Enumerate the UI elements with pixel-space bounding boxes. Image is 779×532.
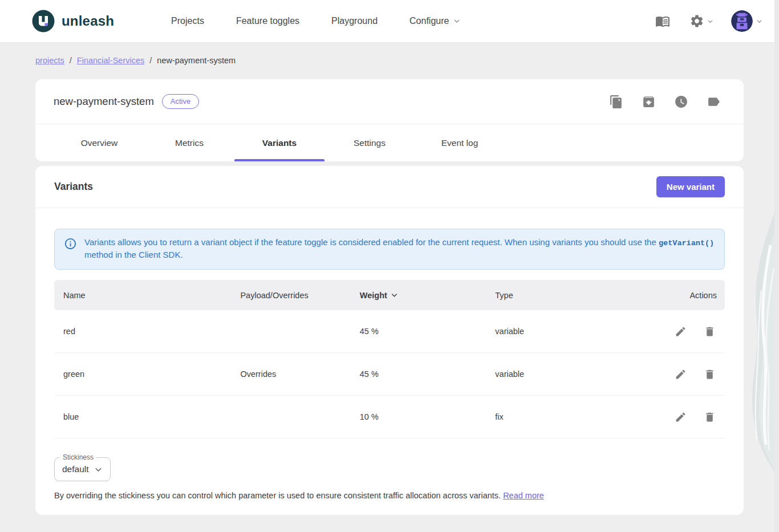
variant-weight: 45 %	[351, 369, 486, 379]
table-header-row: Name Payload/Overrides Weight Type Actio…	[54, 280, 725, 310]
code-snippet: getVariant()	[659, 239, 714, 247]
page-title: new-payment-system	[54, 95, 154, 108]
variant-name: blue	[54, 412, 231, 421]
variant-weight: 45 %	[351, 327, 486, 336]
archive-feature-button[interactable]	[639, 92, 658, 111]
top-navbar: unleash Projects Feature toggles Playgro…	[0, 0, 779, 42]
column-header-payload: Payload/Overrides	[231, 291, 350, 300]
book-icon	[655, 14, 670, 29]
unleash-logo[interactable]: unleash	[32, 10, 114, 33]
main-nav: Projects Feature toggles Playground Conf…	[171, 16, 461, 26]
trash-icon	[704, 368, 716, 380]
info-alert-text: Variants allows you to return a variant …	[84, 237, 715, 261]
breadcrumb-current: new-payment-system	[157, 56, 236, 65]
new-variant-button[interactable]: New variant	[656, 176, 725, 197]
edit-variant-button[interactable]	[673, 324, 688, 339]
nav-feature-toggles[interactable]: Feature toggles	[236, 16, 299, 26]
gear-icon	[689, 14, 704, 29]
info-alert: Variants allows you to return a variant …	[54, 229, 725, 270]
table-row: green Overrides 45 % variable	[54, 353, 725, 396]
feature-tabs: Overview Metrics Variants Settings Event…	[35, 124, 744, 161]
chevron-down-icon	[707, 18, 714, 25]
clock-icon	[674, 95, 688, 109]
nav-playground[interactable]: Playground	[331, 16, 378, 26]
nav-configure[interactable]: Configure	[409, 16, 461, 26]
avatar	[731, 10, 753, 32]
archive-icon	[642, 95, 656, 109]
documentation-button[interactable]	[653, 11, 672, 31]
stickiness-description: By overriding the stickiness you can con…	[54, 491, 725, 500]
column-header-name: Name	[54, 291, 231, 300]
copy-icon	[609, 95, 623, 109]
brand-name: unleash	[62, 13, 114, 29]
breadcrumb-separator: /	[70, 56, 72, 65]
variant-name: green	[54, 369, 231, 379]
variant-payload: Overrides	[231, 369, 350, 379]
tab-settings[interactable]: Settings	[324, 124, 415, 161]
user-menu[interactable]	[731, 10, 763, 32]
delete-variant-button[interactable]	[703, 410, 717, 424]
variant-type: variable	[486, 369, 628, 379]
tab-metrics[interactable]: Metrics	[144, 124, 234, 161]
delete-variant-button[interactable]	[703, 324, 717, 339]
stickiness-select[interactable]: Stickiness default	[54, 457, 111, 481]
tag-button[interactable]	[704, 92, 723, 111]
variant-weight: 10 %	[351, 412, 486, 421]
scrollbar[interactable]	[774, 0, 779, 532]
variants-card: Variants New variant Variants allows you…	[35, 166, 744, 515]
nav-projects[interactable]: Projects	[171, 16, 204, 26]
feature-title-row: new-payment-system Active	[35, 79, 744, 124]
breadcrumb-separator: /	[149, 56, 152, 65]
breadcrumb-projects[interactable]: projects	[35, 56, 64, 65]
pencil-icon	[675, 368, 687, 380]
stickiness-value: default	[62, 464, 89, 474]
column-header-type: Type	[486, 291, 628, 300]
status-badge: Active	[162, 94, 199, 109]
variants-section-header: Variants New variant	[35, 166, 744, 208]
tab-overview[interactable]: Overview	[54, 124, 144, 161]
variant-name: red	[54, 327, 231, 336]
sort-chevron-down-icon	[390, 291, 399, 299]
label-icon	[707, 95, 721, 109]
copy-feature-button[interactable]	[607, 92, 626, 111]
settings-button[interactable]	[687, 11, 716, 31]
navbar-right	[653, 10, 763, 32]
unleash-logo-icon	[32, 10, 55, 33]
pencil-icon	[675, 411, 687, 423]
trash-icon	[704, 411, 716, 423]
chevron-down-icon	[756, 18, 763, 25]
column-header-weight[interactable]: Weight	[351, 291, 486, 300]
edit-variant-button[interactable]	[673, 367, 688, 381]
edit-variant-button[interactable]	[673, 410, 688, 424]
chevron-down-icon	[94, 465, 103, 474]
info-icon	[64, 237, 77, 250]
feature-header-card: new-payment-system Active	[35, 79, 744, 161]
table-row: red 45 % variable	[54, 310, 725, 353]
tab-event-log[interactable]: Event log	[415, 124, 505, 161]
feature-actions	[607, 92, 723, 111]
variant-type: fix	[486, 412, 628, 421]
decorative-texture	[741, 211, 775, 472]
table-row: blue 10 % fix	[54, 396, 725, 438]
read-more-link[interactable]: Read more	[503, 491, 544, 500]
chevron-down-icon	[453, 17, 461, 25]
variants-table: Name Payload/Overrides Weight Type Actio…	[54, 280, 725, 438]
tab-variants[interactable]: Variants	[234, 124, 324, 161]
trash-icon	[704, 326, 716, 338]
breadcrumb-project-name[interactable]: Financial-Services	[77, 56, 144, 65]
section-title: Variants	[54, 181, 93, 193]
variants-section-body: Variants allows you to return a variant …	[35, 208, 744, 515]
variant-type: variable	[486, 327, 628, 336]
breadcrumb: projects / Financial-Services / new-paym…	[35, 42, 744, 65]
column-header-actions: Actions	[628, 291, 725, 300]
history-button[interactable]	[672, 92, 691, 111]
stickiness-label: Stickiness	[60, 453, 96, 461]
delete-variant-button[interactable]	[703, 367, 717, 381]
pencil-icon	[675, 326, 687, 338]
